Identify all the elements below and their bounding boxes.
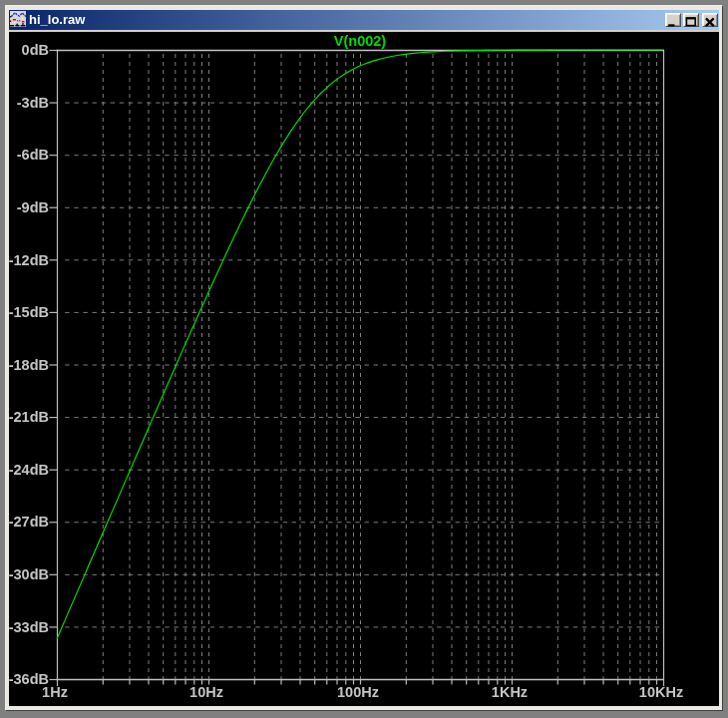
svg-text:-3dB: -3dB	[17, 95, 49, 111]
svg-text:-12dB: -12dB	[9, 252, 49, 268]
svg-text:1Hz: 1Hz	[42, 684, 68, 700]
svg-text:-9dB: -9dB	[17, 199, 49, 215]
svg-text:-24dB: -24dB	[9, 462, 49, 478]
svg-text:V(n002): V(n002)	[334, 33, 387, 49]
svg-text:-18dB: -18dB	[9, 357, 49, 373]
svg-text:-33dB: -33dB	[9, 619, 49, 635]
svg-text:0dB: 0dB	[22, 42, 49, 58]
svg-text:100Hz: 100Hz	[337, 684, 379, 700]
svg-text:10Hz: 10Hz	[189, 684, 223, 700]
svg-text:-27dB: -27dB	[9, 514, 49, 530]
svg-text:-6dB: -6dB	[17, 147, 49, 163]
svg-text:1KHz: 1KHz	[492, 684, 528, 700]
svg-text:10KHz: 10KHz	[639, 684, 683, 700]
svg-text:-21dB: -21dB	[9, 409, 49, 425]
svg-text:-30dB: -30dB	[9, 566, 49, 582]
svg-text:-15dB: -15dB	[9, 304, 49, 320]
